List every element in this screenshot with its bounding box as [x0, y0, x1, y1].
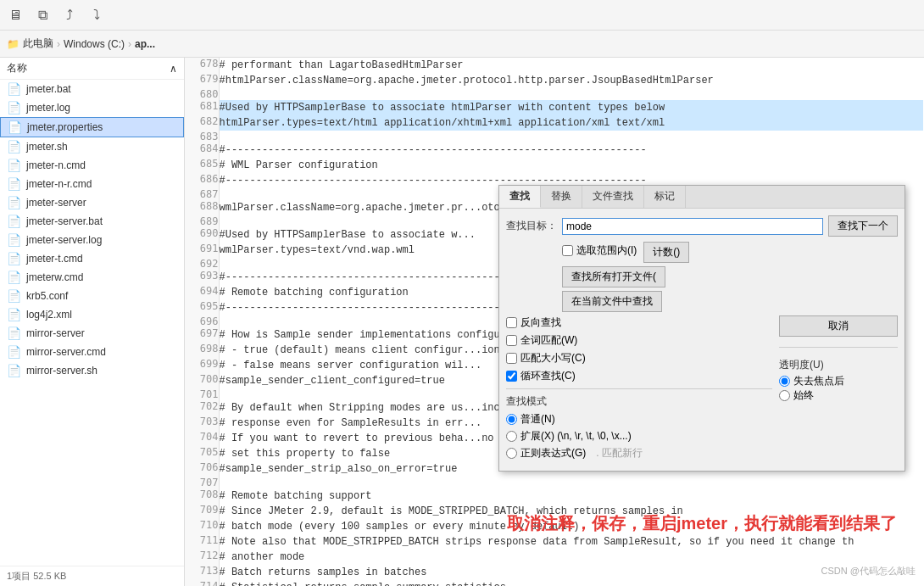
whole-word-checkbox[interactable] [506, 335, 517, 346]
table-row: 713# Batch returns samples in batches [185, 565, 923, 580]
line-number: 688 [185, 200, 219, 215]
range-checkbox[interactable] [562, 245, 573, 256]
find-tab-0[interactable]: 查找 [499, 186, 541, 208]
icon-share[interactable]: ⤵ [88, 7, 105, 24]
backward-label: 反向查找 [520, 315, 561, 330]
breadcrumb-computer[interactable]: 此电脑 [23, 36, 53, 51]
file-type-icon: 📄 [7, 326, 21, 340]
file-list-item[interactable]: 📄jmeter.log [0, 98, 184, 117]
code-area: 678# performant than LagartoBasedHtmlPar… [185, 58, 924, 586]
table-row: 681#Used by HTTPSamplerBase to associate… [185, 100, 923, 115]
file-list-item[interactable]: 📄mirror-server [0, 324, 184, 343]
line-number: 694 [185, 285, 219, 300]
breadcrumb-current[interactable]: ap... [135, 38, 155, 50]
file-name-label: log4j2.xml [26, 309, 177, 321]
line-number: 703 [185, 416, 219, 431]
file-list-item[interactable]: 📄jmeter-server.bat [0, 212, 184, 231]
radio-regex[interactable] [506, 448, 517, 459]
file-list-item[interactable]: 📄jmeterw.cmd [0, 268, 184, 287]
find-in-current-button[interactable]: 在当前文件中查找 [562, 291, 662, 312]
file-list-item[interactable]: 📄log4j2.xml [0, 305, 184, 324]
icon-copy[interactable]: ⧉ [34, 7, 51, 24]
find-tab-1[interactable]: 替换 [541, 186, 582, 208]
line-content: htmlParser.types=text/html application/x… [219, 115, 923, 131]
file-list-item[interactable]: 📄mirror-server.cmd [0, 343, 184, 361]
radio-extend[interactable] [506, 431, 517, 442]
file-list-item[interactable]: 📄jmeter-n-r.cmd [0, 175, 184, 193]
file-list-item[interactable]: 📄jmeter.sh [0, 137, 184, 156]
line-number: 682 [185, 115, 219, 131]
file-name-label: jmeter.bat [26, 83, 177, 95]
line-number: 699 [185, 358, 219, 373]
line-content: #---------------------------------------… [219, 142, 923, 158]
file-list-item[interactable]: 📄jmeter-server [0, 193, 184, 212]
loop-checkbox[interactable] [506, 371, 517, 382]
file-list-item[interactable]: 📄jmeter-server.log [0, 231, 184, 249]
count-button[interactable]: 计数() [643, 242, 689, 263]
line-number: 696 [185, 315, 219, 327]
whole-word-label: 全词匹配(W) [520, 333, 577, 348]
line-number: 698 [185, 343, 219, 358]
line-content: # performant than LagartoBasedHtmlParser [219, 58, 923, 73]
line-content [219, 477, 923, 488]
matchcase-checkbox[interactable] [506, 353, 517, 364]
file-name-label: jmeter.log [26, 102, 177, 114]
radio-lose-focus-label: 失去焦点后 [793, 374, 844, 388]
find-dialog-tabs: 查找替换文件查找标记 [499, 186, 905, 209]
cancel-button[interactable]: 取消 [779, 315, 898, 337]
file-type-icon: 📄 [7, 345, 21, 359]
always-radio-row: 始终 [779, 388, 898, 403]
radio-extend-row: 扩展(X) (\n, \r, \t, \0, \x...) [506, 429, 772, 444]
radio-normal[interactable] [506, 414, 517, 425]
backward-checkbox-row: 反向查找 [506, 315, 772, 330]
find-mode-section: 查找模式 普通(N) 扩展(X) (\n, \r, \t, \0, \x...) [506, 394, 772, 460]
icon-monitor[interactable]: 🖥 [7, 7, 24, 24]
file-type-icon: 📄 [7, 159, 21, 172]
file-list-item[interactable]: 📄jmeter.bat [0, 80, 184, 98]
radio-always[interactable] [779, 390, 790, 401]
file-list-item[interactable]: 📄jmeter-t.cmd [0, 249, 184, 268]
file-list-item[interactable]: 📄jmeter.properties [0, 117, 184, 137]
matchcase-checkbox-row: 匹配大小写(C) [506, 351, 772, 366]
file-type-icon: 📄 [7, 252, 21, 265]
find-all-open-button[interactable]: 查找所有打开文件( [562, 266, 665, 287]
sort-arrow-icon[interactable]: ∧ [170, 63, 177, 75]
radio-lose-focus[interactable] [779, 376, 790, 387]
backward-checkbox[interactable] [506, 317, 517, 328]
file-list-item[interactable]: 📄jmeter-n.cmd [0, 156, 184, 175]
file-name-label: mirror-server.sh [26, 365, 177, 377]
find-layout: 反向查找 全词匹配(W) 匹配大小写(C) [506, 315, 898, 464]
find-target-label: 查找目标： [506, 219, 557, 233]
line-number: 710 [185, 519, 219, 534]
file-list: 📄jmeter.bat📄jmeter.log📄jmeter.properties… [0, 80, 184, 566]
line-number: 704 [185, 431, 219, 446]
line-number: 693 [185, 270, 219, 285]
file-type-icon: 📄 [7, 82, 21, 96]
file-list-item[interactable]: 📄krb5.conf [0, 287, 184, 305]
find-tab-3[interactable]: 标记 [644, 186, 686, 208]
radio-extend-label: 扩展(X) (\n, \r, \t, \0, \x...) [520, 429, 632, 444]
file-list-item[interactable]: 📄mirror-server.sh [0, 361, 184, 380]
breadcrumb-drive[interactable]: Windows (C:) [64, 38, 125, 50]
file-name-label: jmeter.properties [27, 121, 176, 133]
find-dialog: 查找替换文件查找标记 查找目标： 查找下一个 选取范围内(I) 计数() [498, 185, 905, 472]
icon-nav[interactable]: ⤴ [61, 7, 78, 24]
line-number: 706 [185, 461, 219, 477]
transparency-section: 透明度(U) 失去焦点后 始终 [779, 358, 898, 403]
radio-normal-label: 普通(N) [520, 412, 555, 427]
table-row: 707 [185, 477, 923, 488]
file-name-label: jmeter-n.cmd [26, 159, 177, 171]
find-mode-title: 查找模式 [506, 394, 772, 409]
file-type-icon: 📄 [7, 140, 21, 153]
line-number: 680 [185, 88, 219, 100]
radio-always-label: 始终 [793, 388, 814, 403]
find-tab-2[interactable]: 文件查找 [582, 186, 644, 208]
find-next-button[interactable]: 查找下一个 [828, 215, 898, 237]
find-input[interactable] [562, 218, 823, 235]
find-target-row: 查找目标： 查找下一个 [506, 215, 898, 237]
line-content: #htmlParser.className=org.apache.jmeter.… [219, 73, 923, 88]
annotation: 取消注释，保存，重启jmeter，执行就能看到结果了 [507, 512, 897, 535]
file-name-label: jmeter-server [26, 197, 177, 209]
line-content [219, 88, 923, 100]
line-number: 689 [185, 215, 219, 227]
